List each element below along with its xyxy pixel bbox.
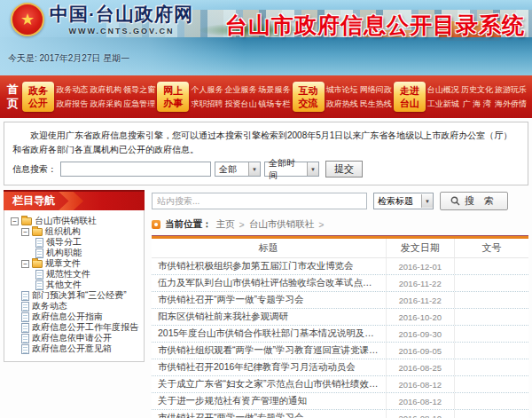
document-icon bbox=[21, 302, 29, 312]
sidebar-item-zhengwudongtai[interactable]: 政务动态 bbox=[6, 301, 142, 312]
nav-tab-zhengwu-gongkai[interactable]: 政务 公开 bbox=[22, 82, 54, 113]
sidebar-item-gongkaizhinan[interactable]: 政府信息公开指南 bbox=[6, 312, 142, 322]
document-icon bbox=[35, 248, 43, 258]
nav-link[interactable]: 广 海 湾 bbox=[461, 100, 493, 108]
doc-title-link[interactable]: 阳东区供销社前来我社参观调研 bbox=[152, 311, 386, 323]
nav-link[interactable]: 旅游玩乐 bbox=[495, 86, 527, 94]
nav-tab-line: 办事 bbox=[163, 97, 183, 109]
nav-link[interactable]: 投资台山 bbox=[224, 100, 256, 108]
sidebar-item-niandubaogao[interactable]: 政府信息公开工作年度报告 bbox=[6, 322, 142, 333]
table-header-row: 标题 发文日期 文号 bbox=[152, 239, 528, 258]
nav-col: 政府机构 政府采购 bbox=[90, 86, 121, 108]
nav-link[interactable]: 政府报告 bbox=[56, 100, 88, 108]
doc-title-link[interactable]: 市供销社积极组织参加第五届江门市农业博览会 bbox=[152, 260, 386, 272]
nav-home-line2: 页 bbox=[7, 97, 19, 111]
nav-link[interactable]: 场景服务 bbox=[259, 86, 291, 94]
doc-title-link[interactable]: 伍力及军队到台山市供销社评估验收综合改革试点工作 bbox=[152, 277, 386, 289]
chevron-down-icon[interactable]: ▼ bbox=[421, 194, 433, 208]
breadcrumb-section-link[interactable]: 台山市供销联社 bbox=[249, 218, 315, 231]
nav-tab-zoujin-taishan[interactable]: 走进 台山 bbox=[394, 82, 426, 113]
nav-link[interactable]: 民生热线 bbox=[360, 100, 392, 108]
table-row: 阳东区供销社前来我社参观调研 2016-10-20 bbox=[152, 309, 528, 326]
sidebar-item-yujuesuan[interactable]: 部门预决算和“三公经费” bbox=[6, 290, 142, 301]
table-row: 2015年度台山市供销合作联社部门基本情况说明及决算公开 2016-09-30 bbox=[152, 326, 528, 343]
sidebar-item-guizhangwenjian[interactable]: 规章文件 bbox=[6, 258, 142, 269]
tree-label: 台山市供销联社 bbox=[35, 216, 97, 226]
sidebar-item-lingdaofengong[interactable]: 领导分工 bbox=[6, 237, 142, 248]
nav-link[interactable]: 企业服务 bbox=[224, 86, 256, 94]
welcome-text: 欢迎使用广东省政府信息搜索引擎，您可以通过本搜索引擎检索到2008年5月1日以来… bbox=[12, 129, 520, 156]
nav-link[interactable]: 政府采购 bbox=[90, 100, 121, 108]
nav-link[interactable]: 政府热线 bbox=[326, 100, 358, 108]
breadcrumb-home-link[interactable]: 主页 bbox=[216, 218, 235, 231]
nav-link[interactable]: 工业新城 bbox=[427, 100, 459, 108]
divider bbox=[454, 258, 455, 274]
doc-date: 2016-11-22 bbox=[387, 279, 455, 288]
collapse-icon[interactable] bbox=[21, 260, 29, 268]
doc-title-link[interactable]: 市供销社召开“两学一做”专题学习会 bbox=[152, 412, 386, 418]
nav-link[interactable]: 镇场专栏 bbox=[259, 100, 291, 108]
nav-col: 网络问政 民生热线 bbox=[360, 86, 392, 108]
nav-tab-line: 政务 bbox=[28, 84, 48, 97]
table-row: 关于进一步规范社有资产管理的通知 2016-08-12 bbox=[152, 393, 528, 410]
sidebar-item-yijianxiang[interactable]: 政府信息公开意见箱 bbox=[6, 343, 142, 354]
collapse-icon[interactable] bbox=[11, 217, 19, 225]
nav-link[interactable]: 台山概况 bbox=[427, 86, 459, 94]
select-value: 全部时间 bbox=[269, 157, 303, 182]
nav-tab-line: 互动 bbox=[299, 84, 318, 97]
sidebar-item-jigouzhineng[interactable]: 机构职能 bbox=[6, 248, 142, 258]
nav-link[interactable]: 个人服务 bbox=[191, 86, 223, 94]
nav-link[interactable]: 政府机构 bbox=[90, 86, 121, 94]
nav-link[interactable]: 历史文化 bbox=[461, 86, 493, 94]
divider bbox=[454, 309, 455, 325]
sidebar-item-zuzhijigou[interactable]: 组织机构 bbox=[6, 226, 142, 237]
nav-home[interactable]: 首 页 bbox=[5, 83, 20, 112]
doc-title-link[interactable]: 关于成立广东省“妇女之家”示范点台山市供销社绩效评价工作小组的通知 bbox=[152, 378, 386, 390]
nav-link[interactable]: 政务动态 bbox=[56, 86, 88, 94]
sidebar-item-yishenqinggongkai[interactable]: 政府信息依申请公开 bbox=[6, 333, 142, 343]
welcome-box: 欢迎使用广东省政府信息搜索引擎，您可以通过本搜索引擎检索到2008年5月1日以来… bbox=[4, 122, 528, 185]
main-content: 检索标题 ▼ 搜 索 当前位置： 主页 > 台山市供销联社 > 标题 bbox=[152, 190, 528, 418]
sidebar-item-guifanxingwenjian[interactable]: 规范性文件 bbox=[6, 269, 142, 280]
page-title: 台山市政府信息公开目录系统 bbox=[225, 11, 525, 40]
site-search-input[interactable] bbox=[152, 193, 367, 209]
chevron-down-icon[interactable]: ▼ bbox=[248, 162, 260, 176]
sidebar-item-gongxiaolianshe[interactable]: 台山市供销联社 bbox=[6, 216, 142, 226]
tree-label: 规章文件 bbox=[45, 258, 81, 269]
select-value: 全部 bbox=[219, 163, 237, 176]
doc-title-link[interactable]: 2015年度台山市供销合作联社部门基本情况说明及决算公开 bbox=[152, 327, 386, 340]
nav-tab-wangshang-banshi[interactable]: 网上 办事 bbox=[157, 82, 189, 113]
tree-label: 组织机构 bbox=[45, 226, 81, 237]
column-header-date: 发文日期 bbox=[387, 241, 455, 255]
search-time-select[interactable]: 全部时间 ▼ bbox=[264, 162, 319, 177]
nav-tab-hudong-jiaoliu[interactable]: 互动 交流 bbox=[293, 82, 325, 113]
nav-link[interactable]: 应急管理 bbox=[123, 100, 155, 108]
info-search-label: 信息搜索： bbox=[12, 163, 57, 176]
info-search-input[interactable] bbox=[60, 162, 211, 177]
nav-link[interactable]: 网络问政 bbox=[360, 86, 392, 94]
sidebar: 栏目导航 台山市供销联社 组织机构 领导分工 机构职能 bbox=[4, 190, 145, 362]
nav-link[interactable]: 海外侨情 bbox=[495, 100, 527, 108]
doc-title-link[interactable]: 市供销社召开“两学一做”专题学习会 bbox=[152, 294, 386, 306]
collapse-icon[interactable] bbox=[21, 228, 29, 236]
table-row: 伍力及军队到台山市供销社评估验收综合改革试点工作 2016-11-22 bbox=[152, 275, 528, 292]
chevron-down-icon[interactable]: ▼ bbox=[307, 162, 318, 176]
site-logo[interactable]: ★ 中国·台山政府网 WWW.CNTS.GOV.CN bbox=[11, 3, 193, 36]
nav-link[interactable]: 领导之窗 bbox=[123, 86, 155, 94]
doc-date: 2016-12-01 bbox=[387, 262, 455, 272]
search-field-select[interactable]: 检索标题 ▼ bbox=[373, 193, 434, 209]
submit-button[interactable]: 提交 bbox=[325, 161, 363, 177]
doc-title-link[interactable]: 关于进一步规范社有资产管理的通知 bbox=[152, 395, 386, 407]
nav-link[interactable]: 城市论坛 bbox=[326, 86, 358, 94]
nav-home-line1: 首 bbox=[7, 83, 19, 97]
nav-link[interactable]: 求职招聘 bbox=[191, 100, 223, 108]
doc-title-link[interactable]: 市供销社召开2016年纪律教育学习月活动动员会 bbox=[152, 361, 386, 374]
nav-tab-line: 网上 bbox=[163, 84, 183, 97]
star-icon: ★ bbox=[20, 12, 35, 28]
doc-title-link[interactable]: 市供销社组织观看“两学一做”学习教育巡回宣讲党课课件 bbox=[152, 344, 386, 357]
divider bbox=[454, 292, 455, 308]
table-row: 关于成立广东省“妇女之家”示范点台山市供销社绩效评价工作小组的通知 2016-0… bbox=[152, 376, 528, 393]
sidebar-item-qitawenjian[interactable]: 其他文件 bbox=[6, 280, 142, 290]
search-scope-select[interactable]: 全部 ▼ bbox=[215, 162, 261, 177]
search-button[interactable]: 搜 索 bbox=[440, 192, 508, 210]
